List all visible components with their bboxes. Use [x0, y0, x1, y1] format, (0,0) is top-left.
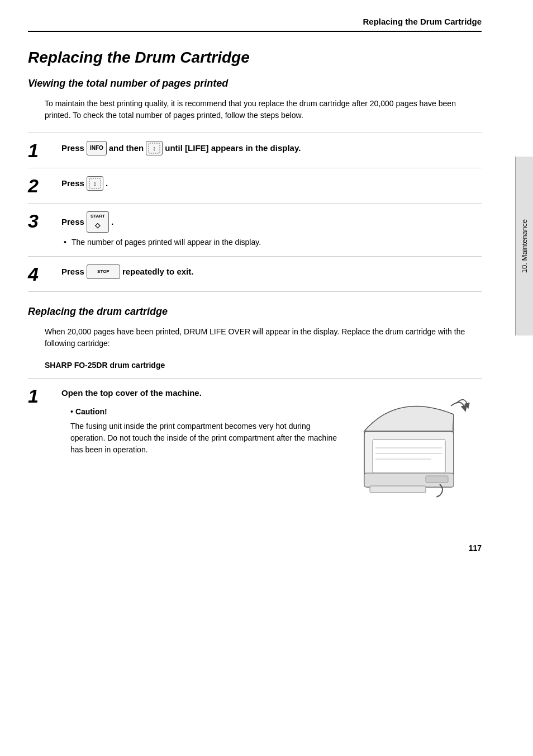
page-header: Replacing the Drum Cartridge — [28, 17, 482, 32]
step-2-main: Press ↕ . — [61, 176, 476, 191]
page-container: 10. Maintenance Replacing the Drum Cartr… — [0, 0, 533, 756]
svg-rect-10 — [426, 476, 448, 483]
step-2-number: 2 — [28, 168, 56, 204]
sidebar-tab: 10. Maintenance — [515, 157, 533, 336]
step-3-number: 3 — [28, 204, 56, 257]
info-key-label: INFO — [90, 145, 103, 152]
step2-1-number: 1 — [28, 379, 56, 510]
stop-key-label: STOP — [97, 268, 110, 276]
step-3-text-before: Press — [61, 215, 84, 229]
info-key: INFO — [87, 141, 107, 155]
step-2-row: 2 Press ↕ . — [28, 168, 482, 204]
arrow-key-2-icon: ↕ — [89, 178, 101, 189]
page-number: 117 — [0, 538, 515, 558]
step2-1-content: Open the top cover of the machine. • Cau… — [56, 379, 482, 510]
main-content: Replacing the Drum Cartridge Replacing t… — [0, 0, 515, 538]
step-1-text-before: Press — [61, 141, 84, 155]
step2-1-main-text: Open the top cover of the machine. — [61, 386, 342, 400]
section2: Replacing the drum cartridge When 20,000… — [28, 306, 482, 509]
caution-label: Caution! — [75, 405, 107, 418]
step-3-content: Press START ◇ . The number of pages prin… — [56, 204, 482, 257]
step-3-text-after: . — [111, 215, 113, 229]
header-title: Replacing the Drum Cartridge — [363, 17, 482, 26]
step-2-content: Press ↕ . — [56, 168, 482, 204]
start-key-icon: ◇ — [95, 220, 100, 231]
section2-intro: When 20,000 pages have been printed, DRU… — [45, 326, 482, 349]
step2-1-with-image: Open the top cover of the machine. • Cau… — [61, 386, 476, 502]
section2-subtitle: Replacing the drum cartridge — [28, 306, 482, 318]
main-title: Replacing the Drum Cartridge — [28, 49, 482, 67]
step-1-text-after: until [LIFE] appears in the display. — [165, 141, 301, 155]
bullet-dot: • — [70, 405, 73, 418]
start-key-label: START — [91, 213, 105, 220]
caution-text: The fusing unit inside the print compart… — [70, 420, 342, 456]
svg-text:↕: ↕ — [93, 180, 97, 187]
svg-text:↕: ↕ — [153, 145, 156, 152]
svg-rect-11 — [370, 486, 426, 493]
section1-subtitle: Viewing the total number of pages printe… — [28, 78, 482, 89]
step-2-text-before: Press — [61, 177, 84, 190]
step-2-text-after: . — [106, 177, 108, 190]
step2-1-bullet: • Caution! The fusing unit inside the pr… — [61, 405, 342, 455]
step-1-content: Press INFO and then ↕ — [56, 133, 482, 168]
model-info: SHARP FO-25DR drum cartridge — [45, 361, 482, 370]
step-4-row: 4 Press STOP repeatedly to exit. — [28, 257, 482, 292]
machine-image — [353, 386, 476, 502]
stop-key: STOP — [87, 264, 120, 279]
section1-intro: To maintain the best printing quality, i… — [45, 98, 482, 121]
step-1-main: Press INFO and then ↕ — [61, 141, 476, 155]
arrow-key-2: ↕ — [87, 176, 103, 191]
machine-illustration — [353, 386, 476, 498]
step-4-text-before: Press — [61, 265, 84, 278]
step2-1-row: 1 Open the top cover of the machine. — [28, 379, 482, 510]
step-1-number: 1 — [28, 133, 56, 168]
steps-table-2: 1 Open the top cover of the machine. — [28, 378, 482, 509]
arrow-key-1: ↕ — [146, 141, 163, 155]
step-3-bullet: The number of pages printed will appear … — [61, 236, 476, 248]
sidebar-tab-label: 10. Maintenance — [520, 219, 529, 273]
step-4-main: Press STOP repeatedly to exit. — [61, 264, 476, 279]
start-key: START ◇ — [87, 211, 109, 233]
step-4-number: 4 — [28, 257, 56, 292]
step-4-content: Press STOP repeatedly to exit. — [56, 257, 482, 292]
step-3-row: 3 Press START ◇ . The number of — [28, 204, 482, 257]
arrow-key-icon: ↕ — [148, 143, 160, 154]
step-1-row: 1 Press INFO and then — [28, 133, 482, 168]
steps-table-1: 1 Press INFO and then — [28, 133, 482, 292]
step-1-text-middle: and then — [109, 141, 144, 155]
step-3-main: Press START ◇ . — [61, 211, 476, 233]
svg-rect-5 — [373, 440, 445, 473]
step2-1-text: Open the top cover of the machine. • Cau… — [61, 386, 342, 502]
step-4-text-after: repeatedly to exit. — [122, 265, 194, 278]
